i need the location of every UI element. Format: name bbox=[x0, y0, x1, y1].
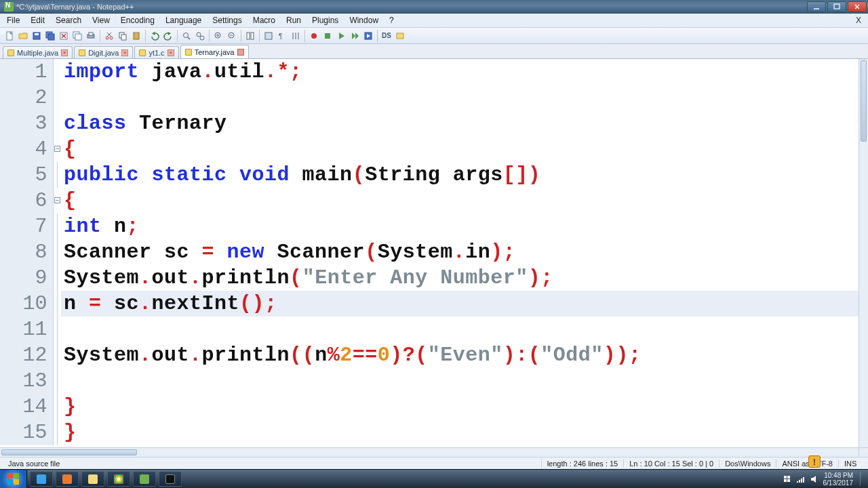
indent-guide-icon[interactable] bbox=[289, 29, 302, 43]
close-file-icon[interactable] bbox=[57, 29, 71, 43]
taskbar-chrome-icon[interactable] bbox=[107, 472, 130, 487]
fold-gutter[interactable] bbox=[53, 188, 61, 214]
code-content[interactable]: Scanner sc = new Scanner(System.in); bbox=[61, 239, 859, 265]
notification-badge[interactable]: ! bbox=[808, 455, 821, 468]
tab-ternary-java[interactable]: Ternary.java bbox=[180, 45, 249, 58]
word-wrap-icon[interactable] bbox=[262, 29, 275, 43]
code-line[interactable]: 14} bbox=[0, 394, 859, 420]
menu-run[interactable]: Run bbox=[281, 14, 307, 27]
macro-play-multi-icon[interactable] bbox=[348, 29, 361, 43]
find-icon[interactable] bbox=[180, 29, 193, 43]
menu-close-doc[interactable]: X bbox=[850, 14, 867, 27]
code-line[interactable]: 13 bbox=[0, 368, 859, 394]
code-line[interactable]: 10n = sc.nextInt(); bbox=[0, 291, 859, 317]
code-editor[interactable]: 1import java.util.*;23class Ternary4{5pu… bbox=[0, 59, 859, 445]
new-file-icon[interactable] bbox=[3, 29, 16, 43]
code-line[interactable]: 2 bbox=[0, 85, 859, 110]
menu-macro[interactable]: Macro bbox=[248, 14, 281, 27]
code-line[interactable]: 1import java.util.*; bbox=[0, 59, 859, 85]
menu-window[interactable]: Window bbox=[344, 14, 384, 27]
paste-icon[interactable] bbox=[130, 29, 143, 43]
menu-view[interactable]: View bbox=[87, 14, 115, 27]
code-content[interactable] bbox=[61, 85, 859, 110]
horizontal-scrollbar[interactable] bbox=[0, 447, 859, 457]
menu-search[interactable]: Search bbox=[50, 14, 87, 27]
code-content[interactable]: } bbox=[61, 394, 859, 420]
taskbar-explorer-icon[interactable] bbox=[81, 472, 104, 487]
code-content[interactable] bbox=[61, 368, 859, 394]
code-line[interactable]: 15} bbox=[0, 420, 859, 445]
tab-digit-java[interactable]: Digit.java× bbox=[74, 46, 133, 58]
zoom-in-icon[interactable] bbox=[212, 29, 225, 43]
menu-edit[interactable]: Edit bbox=[25, 14, 50, 27]
fold-gutter[interactable] bbox=[53, 136, 61, 162]
code-content[interactable]: System.out.println("Enter Any Number"); bbox=[61, 265, 859, 291]
code-line[interactable]: 8Scanner sc = new Scanner(System.in); bbox=[0, 239, 859, 265]
tray-flag-icon[interactable] bbox=[783, 474, 792, 484]
code-line[interactable]: 3class Ternary bbox=[0, 110, 859, 136]
minimize-button[interactable] bbox=[807, 1, 826, 12]
zoom-out-icon[interactable] bbox=[225, 29, 239, 43]
macro-record-icon[interactable] bbox=[307, 29, 321, 43]
taskbar-app-icon-1[interactable] bbox=[56, 472, 79, 487]
show-all-chars-icon[interactable]: ¶ bbox=[275, 29, 289, 43]
sync-scroll-icon[interactable] bbox=[243, 29, 257, 43]
undo-icon[interactable] bbox=[148, 29, 161, 43]
tab-close-icon[interactable]: × bbox=[121, 49, 128, 56]
code-content[interactable]: System.out.println((n%2==0)?("Even"):("O… bbox=[61, 342, 859, 368]
tab-dirty-icon[interactable] bbox=[237, 49, 244, 56]
code-line[interactable]: 11 bbox=[0, 317, 859, 342]
code-content[interactable]: n = sc.nextInt(); bbox=[61, 291, 859, 317]
macro-stop-icon[interactable] bbox=[321, 29, 334, 43]
code-content[interactable]: class Ternary bbox=[61, 110, 859, 136]
menu-plugins[interactable]: Plugins bbox=[307, 14, 344, 27]
menu-settings[interactable]: Settings bbox=[207, 14, 247, 27]
code-content[interactable]: import java.util.*; bbox=[61, 59, 859, 85]
code-line[interactable]: 4{ bbox=[0, 136, 859, 162]
code-line[interactable]: 12System.out.println((n%2==0)?("Even"):(… bbox=[0, 342, 859, 368]
code-line[interactable]: 5public static void main(String args[]) bbox=[0, 162, 859, 188]
tab-yt1-c[interactable]: yt1.c× bbox=[134, 46, 178, 58]
close-button[interactable] bbox=[848, 1, 867, 12]
taskbar-cmd-icon[interactable] bbox=[159, 472, 182, 487]
menu-encoding[interactable]: Encoding bbox=[115, 14, 160, 27]
tab-close-icon[interactable]: × bbox=[61, 49, 68, 56]
taskbar-notepadpp-icon[interactable] bbox=[133, 472, 156, 487]
tab-close-icon[interactable]: × bbox=[167, 49, 174, 56]
fold-gutter bbox=[53, 420, 61, 445]
menu-language[interactable]: Language bbox=[160, 14, 207, 27]
code-content[interactable]: int n; bbox=[61, 214, 859, 239]
tab-multiple-java[interactable]: Multiple.java× bbox=[3, 46, 73, 58]
close-all-icon[interactable] bbox=[71, 29, 84, 43]
code-content[interactable] bbox=[61, 317, 859, 342]
print-icon[interactable] bbox=[84, 29, 98, 43]
code-line[interactable]: 6{ bbox=[0, 188, 859, 214]
copy-icon[interactable] bbox=[116, 29, 130, 43]
code-content[interactable]: { bbox=[61, 188, 859, 214]
replace-icon[interactable] bbox=[193, 29, 207, 43]
save-all-icon[interactable] bbox=[43, 29, 57, 43]
redo-icon[interactable] bbox=[161, 29, 175, 43]
code-line[interactable]: 9System.out.println("Enter Any Number"); bbox=[0, 265, 859, 291]
start-button[interactable] bbox=[0, 470, 27, 489]
code-line[interactable]: 7int n; bbox=[0, 214, 859, 239]
taskbar-ie-icon[interactable] bbox=[30, 472, 53, 487]
code-content[interactable]: { bbox=[61, 136, 859, 162]
macro-save-icon[interactable] bbox=[361, 29, 375, 43]
menu-q[interactable]: ? bbox=[384, 14, 399, 27]
code-content[interactable]: public static void main(String args[]) bbox=[61, 162, 859, 188]
open-file-icon[interactable] bbox=[16, 29, 30, 43]
show-desktop-button[interactable] bbox=[860, 472, 865, 486]
cut-icon[interactable] bbox=[102, 29, 116, 43]
plugin-icon[interactable] bbox=[393, 29, 407, 43]
menu-file[interactable]: File bbox=[1, 14, 25, 27]
vertical-scrollbar[interactable] bbox=[859, 59, 868, 447]
toolbar-text-button[interactable]: DS bbox=[380, 32, 393, 39]
save-icon[interactable] bbox=[30, 29, 43, 43]
tray-clock[interactable]: 10:48 PM 6/13/2017 bbox=[823, 472, 856, 487]
tray-network-icon[interactable] bbox=[796, 474, 806, 484]
code-content[interactable]: } bbox=[61, 420, 859, 445]
tray-volume-icon[interactable] bbox=[810, 474, 819, 484]
maximize-button[interactable] bbox=[827, 1, 846, 12]
macro-play-icon[interactable] bbox=[334, 29, 348, 43]
